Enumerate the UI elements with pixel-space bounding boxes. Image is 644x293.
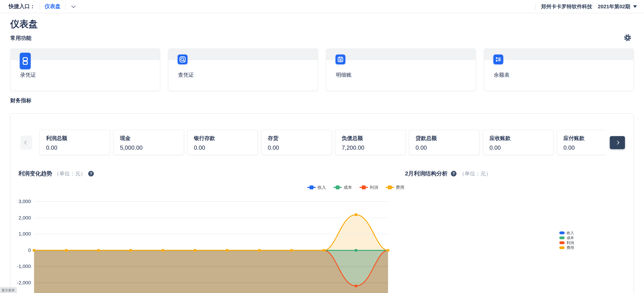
show-menu-chip[interactable]: 显示菜单 [0, 287, 17, 293]
indicator-label: 应付账款 [564, 135, 606, 142]
function-card-label: 查凭证 [178, 71, 194, 79]
current-page-link[interactable]: 仪表盘 [45, 3, 60, 10]
help-icon[interactable]: ? [88, 171, 94, 176]
swatch-icon [559, 246, 564, 249]
common-functions-heading: 常用功能 [10, 34, 32, 42]
function-card-detail-ledger[interactable]: 明细账 [326, 48, 476, 91]
legend-label: 成本 [566, 235, 574, 240]
help-icon[interactable]: ? [451, 171, 456, 176]
search-voucher-icon [178, 54, 188, 64]
indicator-card-inventory[interactable]: 存货 0.00 [261, 130, 332, 155]
indicator-cards-row: 利润总额 0.00 现金 5,000.00 银行存款 0.00 存货 0.00 … [39, 130, 606, 155]
structure-chart-legend: 收入 成本 利润 费用 [559, 230, 574, 250]
legend-item-income[interactable]: 收入 [559, 230, 574, 235]
function-card-label: 录凭证 [20, 71, 36, 79]
quick-entry-label: 快捷入口： [9, 3, 35, 10]
function-card-label: 明细账 [336, 71, 352, 79]
trend-chart-unit: （单位：元） [54, 170, 86, 177]
indicator-label: 应收账款 [490, 135, 553, 142]
indicator-label: 贷款总额 [416, 135, 480, 142]
function-card-search-voucher[interactable]: 查凭证 [168, 48, 318, 91]
legend-label: 成本 [344, 185, 352, 190]
period-label: 2021年第02期 [598, 3, 630, 10]
indicator-value: 0.00 [416, 144, 480, 151]
legend-item-cost[interactable]: 成本 [334, 185, 352, 190]
scroll-right-button[interactable] [610, 136, 625, 149]
page-title: 仪表盘 [10, 18, 38, 30]
caret-down-icon [633, 5, 637, 8]
gear-icon [624, 34, 632, 42]
indicator-card-cash[interactable]: 现金 5,000.00 [113, 130, 184, 155]
y-tick: -2,000 [8, 280, 31, 286]
indicator-value: 0.00 [194, 144, 258, 151]
indicator-card-accounts-payable[interactable]: 应付账款 0.00 [557, 130, 606, 155]
structure-chart-unit: （单位：元） [459, 170, 491, 177]
chevron-right-icon [616, 141, 620, 145]
trend-chart-legend: 收入 成本 利润 费用 [307, 185, 404, 190]
y-tick: -1,000 [8, 263, 31, 269]
line-marker-icon [386, 185, 394, 190]
detail-ledger-icon [336, 54, 345, 64]
period-selector[interactable]: 2021年第02期 [598, 3, 637, 10]
card-header-band [168, 49, 318, 60]
legend-item-cost[interactable]: 成本 [559, 235, 574, 240]
indicator-cards-viewport[interactable]: 利润总额 0.00 现金 5,000.00 银行存款 0.00 存货 0.00 … [39, 130, 606, 156]
indicator-label: 负债总额 [342, 135, 406, 142]
indicator-card-total-loans[interactable]: 贷款总额 0.00 [409, 130, 480, 155]
trend-chart-title: 利润变化趋势 [18, 170, 52, 178]
function-card-label: 余额表 [494, 71, 510, 79]
indicator-card-accounts-receivable[interactable]: 应收账款 0.00 [483, 130, 554, 155]
indicator-card-total-profit[interactable]: 利润总额 0.00 [39, 130, 110, 155]
indicator-label: 利润总额 [46, 135, 110, 142]
indicator-value: 0.00 [46, 144, 110, 151]
swatch-icon [559, 241, 564, 244]
swatch-icon [559, 232, 564, 234]
legend-label: 费用 [396, 185, 404, 190]
y-tick: 3,000 [8, 199, 31, 205]
legend-item-profit[interactable]: 利润 [559, 240, 574, 245]
legend-label: 收入 [318, 185, 326, 190]
function-card-balance-sheet[interactable]: 余额表 [484, 48, 634, 91]
indicator-value: 5,000.00 [120, 144, 184, 151]
scroll-left-button[interactable] [20, 136, 32, 150]
topbar: 快捷入口： 仪表盘 郑州卡卡罗特软件科技 2021年第02期 [0, 0, 644, 13]
card-header-band [326, 49, 476, 60]
financial-indicators-panel: 利润总额 0.00 现金 5,000.00 银行存款 0.00 存货 0.00 … [10, 113, 634, 293]
line-marker-icon [334, 185, 342, 190]
card-header-band [484, 49, 634, 60]
indicator-value: 0.00 [564, 144, 606, 151]
chevron-down-icon[interactable] [71, 4, 76, 8]
line-marker-icon [307, 185, 316, 190]
legend-item-expense[interactable]: 费用 [386, 185, 404, 190]
structure-chart-title: 2月利润结构分析 [405, 170, 448, 178]
indicator-card-bank-deposit[interactable]: 银行存款 0.00 [187, 130, 258, 155]
indicator-value: 0.00 [490, 144, 553, 151]
balance-sheet-icon [493, 54, 503, 64]
chevron-left-icon [24, 141, 28, 145]
financial-indicators-heading: 财务指标 [10, 97, 32, 104]
function-card-row: 录凭证 查凭证 明细账 [10, 48, 634, 91]
company-name: 郑州卡卡罗特软件科技 [541, 3, 592, 10]
indicator-value: 0.00 [268, 144, 332, 151]
legend-label: 收入 [566, 230, 574, 235]
voucher-icon [20, 53, 31, 69]
legend-item-profit[interactable]: 利润 [360, 185, 378, 190]
card-header-band [10, 49, 160, 60]
legend-label: 利润 [566, 240, 574, 245]
divider [65, 3, 66, 10]
legend-item-expense[interactable]: 费用 [559, 245, 574, 250]
indicator-label: 现金 [120, 135, 184, 142]
indicator-label: 存货 [268, 135, 332, 142]
legend-label: 费用 [566, 245, 574, 250]
divider [40, 3, 40, 10]
trend-line-chart[interactable] [30, 198, 393, 293]
indicator-value: 7,200.00 [342, 144, 406, 151]
function-card-record-voucher[interactable]: 录凭证 [10, 48, 160, 91]
indicator-card-total-liabilities[interactable]: 负债总额 7,200.00 [335, 130, 406, 155]
settings-button[interactable] [624, 34, 632, 42]
trend-chart-title-row: 利润变化趋势 （单位：元） ? [18, 170, 94, 178]
divider [535, 3, 536, 10]
structure-chart-title-row: 2月利润结构分析 ? （单位：元） [405, 170, 491, 178]
legend-item-income[interactable]: 收入 [307, 185, 326, 190]
indicator-label: 银行存款 [194, 135, 258, 142]
